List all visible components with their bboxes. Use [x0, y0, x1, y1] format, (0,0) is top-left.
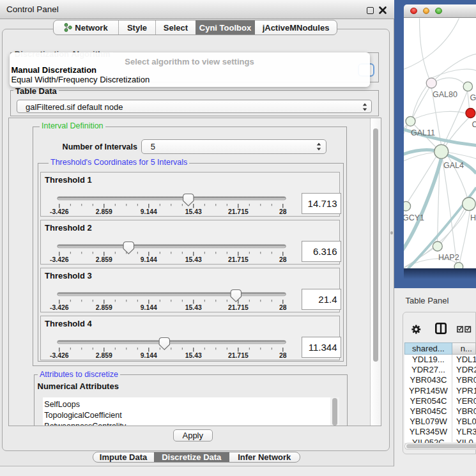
svg-text:15.43: 15.43 — [185, 303, 202, 311]
svg-text:15.43: 15.43 — [185, 256, 202, 263]
svg-text:15.43: 15.43 — [185, 208, 202, 215]
svg-text:2.859: 2.859 — [96, 256, 112, 263]
svg-text:H: H — [470, 213, 476, 222]
svg-text:28: 28 — [279, 351, 287, 358]
svg-text:HAP2: HAP2 — [438, 252, 459, 261]
svg-text:9.144: 9.144 — [141, 208, 157, 215]
svg-text:2.859: 2.859 — [96, 351, 112, 358]
svg-text:-3.426: -3.426 — [50, 303, 69, 311]
svg-text:C: C — [472, 119, 476, 128]
svg-text:GCY1: GCY1 — [404, 213, 424, 222]
svg-text:GAL80: GAL80 — [433, 89, 457, 98]
svg-text:G.: G. — [470, 93, 476, 102]
svg-text:9.144: 9.144 — [141, 351, 157, 358]
svg-text:28: 28 — [279, 256, 287, 263]
svg-text:-3.426: -3.426 — [50, 208, 69, 215]
svg-text:21.715: 21.715 — [228, 208, 249, 215]
svg-text:21.715: 21.715 — [228, 303, 249, 311]
svg-text:28: 28 — [279, 208, 287, 215]
svg-text:21.715: 21.715 — [228, 256, 249, 263]
svg-text:-3.426: -3.426 — [50, 351, 69, 358]
svg-text:21.715: 21.715 — [228, 351, 249, 358]
svg-text:-3.426: -3.426 — [50, 256, 69, 263]
svg-text:9.144: 9.144 — [141, 303, 157, 311]
svg-text:15.43: 15.43 — [185, 351, 202, 358]
svg-text:28: 28 — [279, 303, 287, 311]
svg-text:GAL11: GAL11 — [411, 128, 435, 137]
svg-text:9.144: 9.144 — [141, 256, 157, 263]
svg-text:2.859: 2.859 — [96, 303, 112, 311]
svg-text:2.859: 2.859 — [96, 208, 112, 215]
svg-text:GAL4: GAL4 — [443, 160, 464, 169]
